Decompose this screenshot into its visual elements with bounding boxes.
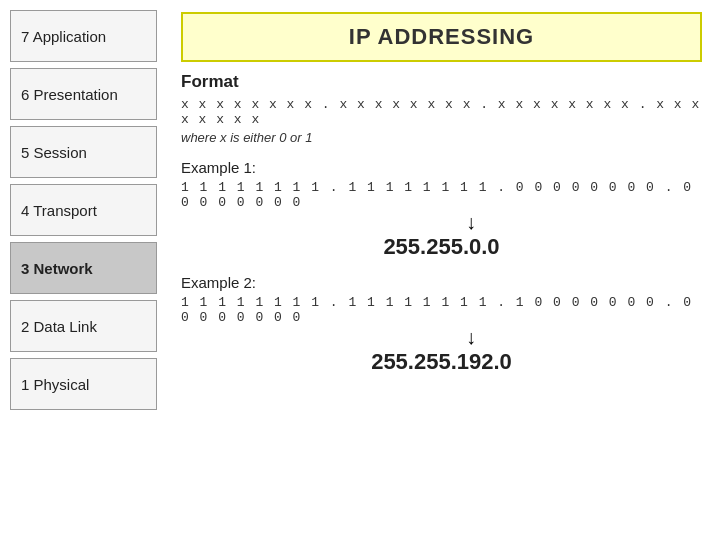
example1-label: Example 1: [181, 159, 702, 176]
title-text: IP ADDRESSING [349, 24, 534, 49]
layer-3: 3 Network [10, 242, 157, 294]
layer-1-label: 1 Physical [21, 376, 89, 393]
format-note: where x is either 0 or 1 [181, 130, 702, 145]
layer-1: 1 Physical [10, 358, 157, 410]
format-label: Format [181, 72, 702, 92]
layer-5: 5 Session [10, 126, 157, 178]
example2-arrow: ↓ [466, 327, 702, 347]
example2-block: Example 2: 1 1 1 1 1 1 1 1 . 1 1 1 1 1 1… [181, 270, 702, 375]
layer-3-label: 3 Network [21, 260, 93, 277]
example1-block: Example 1: 1 1 1 1 1 1 1 1 . 1 1 1 1 1 1… [181, 155, 702, 260]
layer-7: 7 Application [10, 10, 157, 62]
layer-6-label: 6 Presentation [21, 86, 118, 103]
layer-6: 6 Presentation [10, 68, 157, 120]
format-section: Format x x x x x x x x . x x x x x x x x… [181, 72, 702, 145]
example2-result: 255.255.192.0 [181, 349, 702, 375]
page-title: IP ADDRESSING [181, 12, 702, 62]
format-binary: x x x x x x x x . x x x x x x x x . x x … [181, 97, 702, 127]
osi-sidebar: 7 Application 6 Presentation 5 Session 4… [0, 0, 165, 540]
layer-2: 2 Data Link [10, 300, 157, 352]
example1-result: 255.255.0.0 [181, 234, 702, 260]
example1-arrow: ↓ [466, 212, 702, 232]
layer-4: 4 Transport [10, 184, 157, 236]
example2-binary: 1 1 1 1 1 1 1 1 . 1 1 1 1 1 1 1 1 . 1 0 … [181, 295, 702, 325]
layer-4-label: 4 Transport [21, 202, 97, 219]
layer-5-label: 5 Session [21, 144, 87, 161]
example2-label: Example 2: [181, 274, 702, 291]
layer-2-label: 2 Data Link [21, 318, 97, 335]
main-content: IP ADDRESSING Format x x x x x x x x . x… [165, 0, 720, 540]
example1-binary: 1 1 1 1 1 1 1 1 . 1 1 1 1 1 1 1 1 . 0 0 … [181, 180, 702, 210]
layer-7-label: 7 Application [21, 28, 106, 45]
